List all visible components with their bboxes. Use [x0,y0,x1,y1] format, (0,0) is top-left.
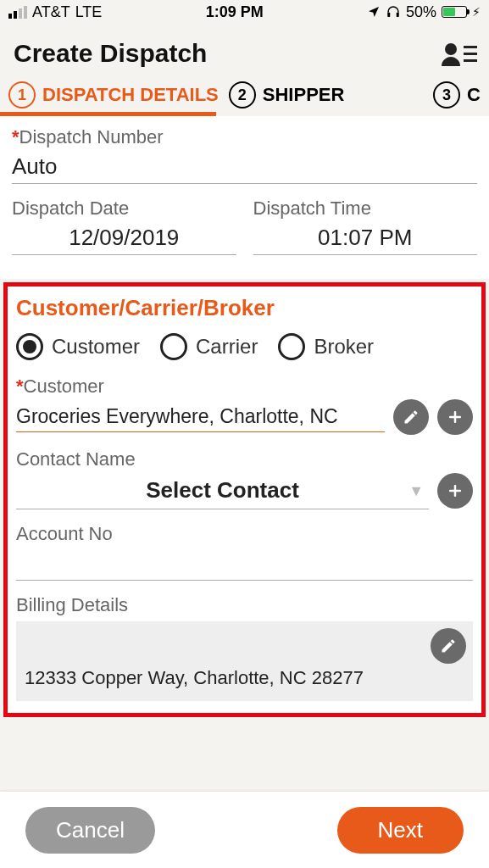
dispatch-time-label: Dispatch Time [253,198,478,220]
customer-carrier-broker-group: Customer/Carrier/Broker Customer Carrier… [3,282,486,717]
dispatch-number-label: *Dispatch Number [12,126,477,148]
page-title: Create Dispatch [14,39,207,68]
entity-type-radios: Customer Carrier Broker [16,333,473,360]
svg-point-2 [445,43,457,55]
battery-pct: 50% [406,3,436,21]
group-title: Customer/Carrier/Broker [16,295,473,321]
step-num-1: 1 [8,81,36,108]
dispatch-number-input[interactable] [12,150,477,184]
radio-icon [160,333,187,360]
status-bar: AT&T LTE 1:09 PM 50% ⚡︎ [0,0,489,24]
bottom-bar: Cancel Next [0,792,489,868]
cancel-button[interactable]: Cancel [25,807,155,854]
billing-details-box: 12333 Copper Way, Charlotte, NC 28277 [16,621,473,701]
dispatch-date-input[interactable] [12,221,236,255]
radio-label: Broker [314,335,374,359]
svg-rect-5 [464,59,477,62]
charging-icon: ⚡︎ [472,5,481,19]
stepper: 1 DISPATCH DETAILS 2 SHIPPER 3 C [0,76,489,108]
account-no-input[interactable] [16,547,473,581]
radio-carrier[interactable]: Carrier [160,333,258,360]
edit-customer-button[interactable] [393,399,429,435]
radio-icon [278,333,305,360]
customer-input[interactable] [16,402,385,432]
signal-icon [8,6,27,19]
chevron-down-icon: ▼ [408,481,424,499]
clock: 1:09 PM [206,3,264,21]
add-contact-button[interactable] [437,473,473,509]
location-icon [367,5,381,19]
add-customer-button[interactable] [437,399,473,435]
svg-rect-4 [464,53,477,55]
edit-billing-button[interactable] [431,628,466,664]
svg-rect-3 [464,46,477,48]
battery-icon [442,6,467,18]
svg-rect-0 [387,13,390,17]
billing-address: 12333 Copper Way, Charlotte, NC 28277 [25,667,464,689]
contact-select-value: Select Contact [146,477,299,503]
network-label: LTE [75,3,103,21]
page-header: Create Dispatch [0,24,489,76]
step-dispatch-details[interactable]: 1 DISPATCH DETAILS [8,81,219,108]
headphones-icon [386,4,401,19]
svg-rect-1 [397,13,399,17]
radio-customer[interactable]: Customer [16,333,140,360]
radio-icon [16,333,43,360]
carrier-label: AT&T [32,3,70,21]
form-area: *Dispatch Number Dispatch Date Dispatch … [0,116,489,279]
contact-select[interactable]: Select Contact ▼ [16,472,429,509]
radio-broker[interactable]: Broker [278,333,374,360]
next-button[interactable]: Next [337,807,464,854]
step-num-2: 2 [229,81,256,108]
radio-label: Customer [52,335,140,359]
contact-name-label: Contact Name [16,448,473,470]
dispatch-date-label: Dispatch Date [12,198,236,220]
step-label-1: DISPATCH DETAILS [42,84,219,106]
step-num-3: 3 [433,81,460,108]
customer-label: *Customer [16,376,473,398]
step-3[interactable]: 3 C [433,81,481,108]
radio-label: Carrier [196,335,258,359]
step-label-3: C [467,84,481,106]
billing-details-label: Billing Details [16,594,473,616]
step-label-2: SHIPPER [263,84,345,106]
step-shipper[interactable]: 2 SHIPPER [229,81,345,108]
dispatch-time-input[interactable] [253,221,478,255]
account-no-label: Account No [16,523,473,545]
profile-menu-icon[interactable] [440,41,475,66]
